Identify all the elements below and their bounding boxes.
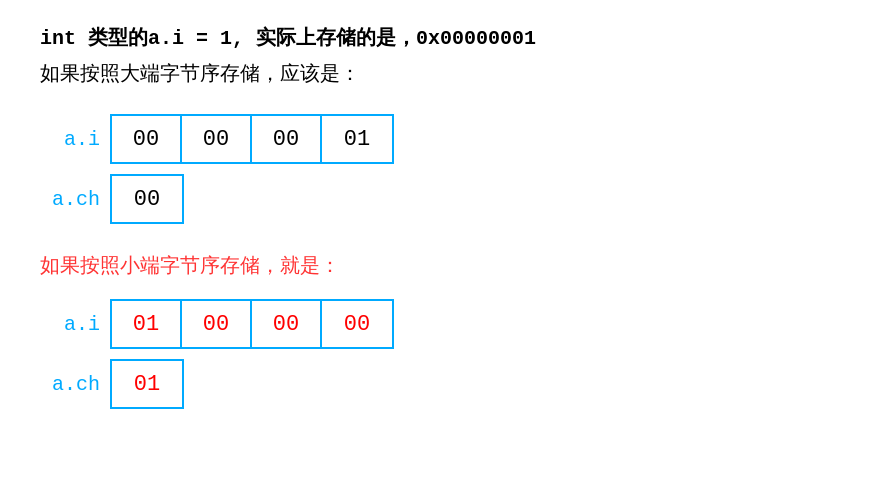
small-endian-ai-row: a.i 01 00 00 00: [40, 299, 837, 349]
small-endian-ach-label: a.ch: [40, 373, 100, 396]
cell-be-ai-3: 01: [322, 116, 392, 162]
small-endian-ach-row: a.ch 01: [40, 359, 837, 409]
cell-se-ai-1: 00: [182, 301, 252, 347]
big-endian-ach-cells: 00: [110, 174, 184, 224]
small-endian-title: 如果按照小端字节序存储，就是：: [40, 252, 837, 279]
cell-se-ach-0: 01: [112, 361, 182, 407]
cell-se-ai-2: 00: [252, 301, 322, 347]
small-endian-ai-cells: 01 00 00 00: [110, 299, 394, 349]
cell-be-ai-2: 00: [252, 116, 322, 162]
big-endian-ach-label: a.ch: [40, 188, 100, 211]
big-endian-section: a.i 00 00 00 01 a.ch 00: [40, 114, 837, 224]
intro-line2: 如果按照大端字节序存储，应该是：: [40, 56, 837, 90]
big-endian-ai-cells: 00 00 00 01: [110, 114, 394, 164]
cell-se-ai-3: 00: [322, 301, 392, 347]
big-endian-ai-row: a.i 00 00 00 01: [40, 114, 837, 164]
cell-be-ai-0: 00: [112, 116, 182, 162]
cell-se-ai-0: 01: [112, 301, 182, 347]
big-endian-ai-label: a.i: [40, 128, 100, 151]
intro-line1: int 类型的a.i = 1, 实际上存储的是，0x00000001: [40, 20, 837, 56]
keyword-int: int 类型的a.i = 1, 实际上存储的是，0x00000001: [40, 27, 536, 50]
cell-be-ach-0: 00: [112, 176, 182, 222]
small-endian-ai-label: a.i: [40, 313, 100, 336]
small-endian-ach-cells: 01: [110, 359, 184, 409]
big-endian-ach-row: a.ch 00: [40, 174, 837, 224]
cell-be-ai-1: 00: [182, 116, 252, 162]
small-endian-section: 如果按照小端字节序存储，就是： a.i 01 00 00 00 a.ch 01: [40, 252, 837, 409]
intro-block: int 类型的a.i = 1, 实际上存储的是，0x00000001 如果按照大…: [40, 20, 837, 90]
